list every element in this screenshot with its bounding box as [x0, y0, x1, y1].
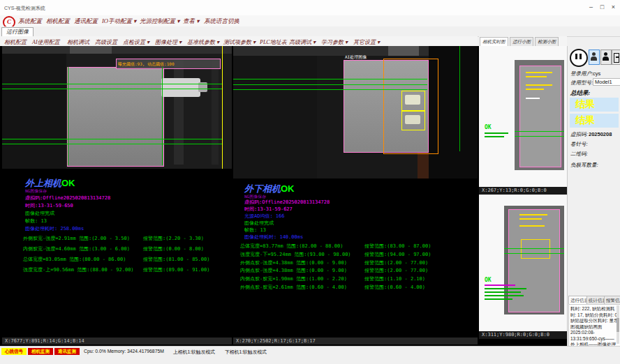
left-row-alarm: 报警范围:(89.00 - 91.00) [143, 266, 209, 273]
vcode-label: 虚拟码: [570, 131, 588, 138]
tab-run-image[interactable]: 运行图像 [1, 27, 34, 36]
thumb1-photo [515, 60, 564, 170]
toolbar: 相机配置 AI使用配置 相机调试 高级设置 点检设置 ▾ 图像处理 ▾ 基准线参… [0, 36, 478, 47]
menu-language-switch[interactable]: 系统语言切换 [204, 17, 239, 26]
left-overlay-label: 曝光阈值:93, 动态阈值:100 [118, 61, 175, 68]
mid-row-alarm: 报警范围:(94.00 - 97.00) [364, 251, 431, 258]
mid-row-alarm: 报警范围:(83.00 - 87.00) [364, 243, 431, 250]
left-row-alarm: 报警范围:(0.00 - 8.00) [143, 245, 204, 252]
pause-icon [575, 54, 577, 59]
mid-row-text: 总体宽度=83.77mm 范围:(82.00 - 88.00) [240, 243, 343, 250]
thumb2-ok-label: OK [485, 277, 492, 283]
thumb2-text-mark [485, 285, 515, 286]
tool-spotcheck-set[interactable]: 点检设置 ▾ [123, 38, 149, 46]
menu-bar: C 系统配置 相机配置 通讯配置 IO手动配置 ▾ 光源控制配置 ▾ 查看 ▾ … [0, 15, 620, 26]
menu-comm-config[interactable]: 通讯配置 [74, 17, 98, 26]
mid-elapsed: 图像处理耗时: 140.00ms [244, 234, 303, 241]
vcode-value: 20250208 [589, 131, 612, 137]
left-yellow-ref-line [222, 46, 223, 169]
tool-ai-config[interactable]: AI使用配置 [32, 38, 60, 46]
right-tab-result[interactable]: 检测小图 [535, 37, 559, 47]
thumb1-viewport[interactable]: OK [479, 46, 567, 187]
tool-baseline-param[interactable]: 基准线参数 ▾ [187, 38, 219, 46]
mid-row-alarm: 报警范围:(1.10 - 2.10) [364, 275, 425, 282]
mid-barcode: 虚拟码:Offline2025020813134728 [244, 199, 330, 206]
menu-system-config[interactable]: 系统配置 [18, 17, 42, 26]
minimize-button[interactable]: – [586, 3, 596, 12]
left-pixel-status: X:7677;Y:891;R:14;G:14;B:14 [2, 338, 232, 344]
left-ng-save-label: NG图像保存 [25, 188, 47, 195]
left-elapsed: 图像处理耗时: 258.00ms [25, 225, 84, 232]
login-user-value: cys [593, 70, 600, 77]
maximize-button[interactable]: □ [597, 3, 607, 12]
left-frame-count: 帧数: 13 [25, 218, 47, 225]
menu-light-config[interactable]: 光源控制配置 ▾ [140, 17, 179, 26]
tool-advanced-set[interactable]: 高级设置 [95, 38, 117, 46]
left-connector-part [161, 78, 200, 97]
thumb1-pixel-status: X:267;Y:13;R:0;G:0;B:0 [479, 187, 567, 195]
camera-monitor-badge: 相机监测 [28, 348, 53, 355]
mid-pixel-status: X:270;Y:2502;R:17;G:17;B:17 [233, 338, 478, 344]
right-tab-strip: 相机实时图 运行小图 检测小图 [479, 36, 567, 46]
user-login-button[interactable] [589, 50, 600, 65]
thumb2-viewport[interactable]: OK [479, 195, 567, 331]
needle-label: 卷针号: [570, 141, 588, 148]
tool-learn-param[interactable]: 学习参数 ▾ [321, 38, 348, 46]
exit-door-icon [614, 53, 619, 63]
mid-camera-result: OK [281, 183, 295, 194]
thumb2-pixel-status: X:311;Y:980;R:0;G:0;B:0 [479, 331, 567, 339]
model-input[interactable]: Model1 [593, 78, 620, 86]
left-overlay-label-box: 曝光阈值:93, 动态阈值:100 [116, 59, 221, 69]
mid-camera-viewport[interactable]: AI处理图像 外下相机OK NG图像保存 虚拟码:Offline20250208… [233, 46, 478, 338]
bottom-status-bar: 心跳信号 相机监测 通讯监测 Cpu: 0.0% Memory: 3424.41… [0, 346, 620, 364]
exit-button[interactable] [612, 50, 620, 65]
tool-camera-config[interactable]: 相机配置 [4, 38, 27, 46]
comm-monitor-badge: 通讯监测 [54, 348, 80, 355]
mid-row-text: 强度宽度-下=95.24mm 范围:(93.00 - 98.00) [240, 251, 351, 258]
info-scrollbar[interactable] [617, 305, 619, 344]
app-window: CYS-视觉检测系统 – □ × C 系统配置 相机配置 通讯配置 IO手动配置… [0, 0, 620, 364]
tab-count-label: 负极耳数量: [570, 162, 598, 169]
pause-icon [580, 54, 582, 59]
mid-defect-box-2 [401, 111, 425, 130]
left-camera-viewport[interactable]: 曝光阈值:93, 动态阈值:100 外上相机OK NG图像保存 虚拟码:Offl… [2, 46, 232, 338]
thumb2-text-mark [485, 291, 521, 293]
thumb2-text-mark [485, 298, 512, 300]
qrcode-label: 二维码: [570, 151, 588, 158]
result-box-1: 结果 [570, 98, 619, 112]
right-tab-run[interactable]: 运行小图 [510, 37, 533, 47]
close-button[interactable]: × [608, 3, 619, 12]
left-row-text: 外侧胶宽-强度=2.91mm 范围:(2.00 - 3.50) [23, 235, 130, 242]
thumb1-ok-label: OK [485, 124, 492, 130]
tool-camera-debug[interactable]: 相机调试 [67, 38, 89, 46]
info-log[interactable]: 耗时: 222, 缺陷检测耗时: 17, 缺陷分类耗时: 0, 缺陷提取分区耗时… [568, 304, 620, 349]
tool-plc-table[interactable]: PLC地址表 [260, 38, 287, 46]
mid-row-alarm: 报警范围:(2.00 - 77.00) [364, 267, 428, 274]
user-dark-icon [603, 56, 609, 61]
window-title: CYS-视觉检测系统 [4, 5, 45, 12]
mid-time: 时间:13-31-59-627 [244, 206, 293, 213]
user-manage-button[interactable] [600, 50, 612, 65]
info-scrollbar-thumb[interactable] [617, 318, 619, 332]
tool-advanced-debug[interactable]: 高级调试 ▾ [289, 38, 316, 46]
mid-frame-count: 帧数: 13 [244, 227, 266, 234]
heartbeat-badge: 心跳信号 [1, 348, 27, 355]
top-camera-mode-text: 上相机1:软触发模式 [173, 349, 215, 356]
mid-overlay-label: AI处理图像 [345, 54, 367, 61]
bottom-camera-mode-text: 下相机1:软触发模式 [225, 349, 267, 356]
left-row-text: 总体宽度=83.05mm 范围:(80.00 - 86.00) [23, 256, 126, 263]
menu-io-config[interactable]: IO手动配置 ▾ [102, 17, 136, 26]
model-label: 使用型号: [570, 79, 593, 86]
cpu-memory-text: Cpu: 0.0% Memory: 3424.41796875M [84, 349, 164, 354]
right-tab-live[interactable]: 相机实时图 [480, 37, 508, 47]
tool-image-process[interactable]: 图像处理 ▾ [155, 38, 182, 46]
menu-camera-config[interactable]: 相机配置 [46, 17, 70, 26]
tool-other-set[interactable]: 其它设置 ▾ [353, 38, 380, 46]
left-camera-name: 外上相机 [25, 178, 61, 188]
result-box-2: 结果 [570, 114, 619, 128]
left-camera-result: OK [61, 178, 75, 188]
pause-button[interactable] [570, 49, 588, 67]
tool-test-param[interactable]: 测试项参数 ▾ [223, 38, 256, 46]
left-barcode: 虚拟码:Offline2025020813134728 [25, 195, 110, 202]
menu-view[interactable]: 查看 ▾ [183, 17, 199, 26]
